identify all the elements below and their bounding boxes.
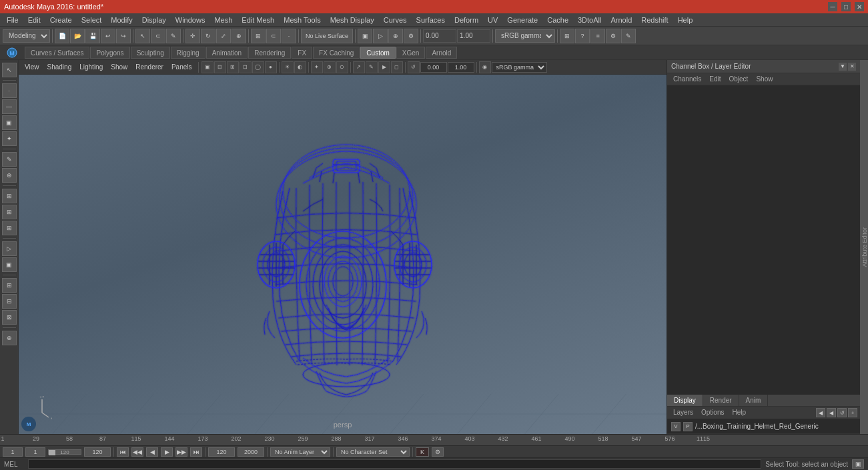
grid2-btn[interactable]: ⊟	[2, 294, 17, 309]
menu-windows[interactable]: Windows	[171, 14, 209, 26]
channel-box-expand[interactable]: ▼	[839, 63, 847, 71]
skip-end-btn[interactable]: ⏭	[190, 447, 202, 457]
menu-uv[interactable]: UV	[484, 14, 502, 26]
anim-layer-dropdown[interactable]: No Anim Layer	[270, 447, 330, 457]
layers-menu[interactable]: Layers	[670, 408, 697, 417]
menu-help[interactable]: Help	[674, 14, 697, 26]
vp-iso-icon[interactable]: ⊕	[324, 61, 336, 73]
char-set-dropdown[interactable]: No Character Set	[336, 447, 410, 457]
paint-tool-btn[interactable]: ✎	[166, 29, 181, 43]
menu-generate[interactable]: Generate	[503, 14, 542, 26]
vp-menu-view[interactable]: View	[21, 61, 43, 73]
camera-btn[interactable]: ▣	[2, 257, 17, 272]
layer-visibility-btn[interactable]: V	[671, 422, 681, 431]
vp-menu-shading[interactable]: Shading	[44, 61, 75, 73]
show-menu[interactable]: Show	[753, 75, 776, 83]
vp-grid-icon[interactable]: ⊞	[227, 61, 239, 73]
vp-menu-lighting[interactable]: Lighting	[76, 61, 106, 73]
edge-mode-btn[interactable]: —	[2, 99, 17, 114]
tab-arnold[interactable]: Arnold	[426, 47, 457, 59]
vp-num-a[interactable]	[420, 62, 447, 73]
num-input-b[interactable]	[457, 29, 490, 43]
close-button[interactable]: ✕	[855, 2, 864, 11]
open-file-btn[interactable]: 📂	[70, 29, 85, 43]
misc1-btn[interactable]: ⊕	[2, 331, 17, 345]
menu-3dtoall[interactable]: 3DtoAll	[574, 14, 605, 26]
script-editor-btn[interactable]: ▣	[852, 459, 864, 469]
menu-select[interactable]: Select	[77, 14, 106, 26]
lasso-tool-btn[interactable]: ⊂	[151, 29, 165, 43]
start-frame-input[interactable]	[25, 447, 45, 457]
tab-fx[interactable]: FX	[292, 47, 312, 59]
menu-modify[interactable]: Modify	[107, 14, 136, 26]
layer-refresh-btn[interactable]: ↺	[837, 408, 847, 417]
render-btn[interactable]: ▷	[373, 29, 388, 43]
minimize-button[interactable]: ─	[828, 2, 837, 11]
current-frame-input[interactable]	[3, 447, 23, 457]
range-end-input[interactable]	[84, 447, 111, 457]
snap-surface-btn[interactable]: ⊞	[2, 189, 17, 203]
tab-polygons[interactable]: Polygons	[90, 47, 129, 59]
vp-xray-icon[interactable]: ✦	[311, 61, 323, 73]
playback-end-input[interactable]	[208, 447, 235, 457]
tab-display[interactable]: Display	[667, 395, 703, 406]
playback-options-btn[interactable]: ⚙	[432, 447, 444, 457]
vp-camera-icon[interactable]: ▣	[201, 61, 213, 73]
render-btn-left[interactable]: ▷	[2, 241, 17, 256]
tab-render[interactable]: Render	[703, 395, 739, 406]
menu-arnold[interactable]: Arnold	[606, 14, 636, 26]
channel-box-close[interactable]: ✕	[848, 63, 856, 71]
vp-light-icon[interactable]: ☀	[282, 61, 294, 73]
tool-settings-btn[interactable]: ⚙	[606, 29, 620, 43]
tab-rendering[interactable]: Rendering	[248, 47, 291, 59]
tab-curves-surfaces[interactable]: Curves / Surfaces	[25, 47, 89, 59]
tab-rigging[interactable]: Rigging	[171, 47, 205, 59]
move-tool-btn[interactable]: ✛	[185, 29, 200, 43]
redo-btn[interactable]: ↪	[116, 29, 131, 43]
menu-file[interactable]: File	[3, 14, 23, 26]
skip-start-btn[interactable]: ⏮	[117, 447, 129, 457]
menu-deform[interactable]: Deform	[450, 14, 482, 26]
render-region-btn[interactable]: ▣	[358, 29, 372, 43]
vp-menu-renderer[interactable]: Renderer	[132, 61, 167, 73]
snap-grid-btn[interactable]: ⊞	[251, 29, 266, 43]
vp-color-icon[interactable]: ◉	[479, 61, 491, 73]
face-mode-btn[interactable]: ▣	[2, 115, 17, 130]
tab-fx-caching[interactable]: FX Caching	[313, 47, 360, 59]
snap-vertex-btn[interactable]: ⊞	[2, 221, 17, 235]
step-back-btn[interactable]: ◀◀	[131, 447, 143, 457]
vp-num-b[interactable]	[448, 62, 474, 73]
vertex-mode-btn[interactable]: ·	[2, 83, 17, 98]
play-back-btn[interactable]: ◀	[146, 447, 158, 457]
attr-editor-label[interactable]: Attribute Editor	[861, 225, 868, 270]
layer-add-btn[interactable]: +	[848, 408, 857, 417]
menu-cache[interactable]: Cache	[543, 14, 572, 26]
vp-color-dropdown[interactable]: sRGB gamma	[492, 62, 547, 73]
color-profile-dropdown[interactable]: sRGB gamma	[495, 29, 555, 43]
vp-wireframe-icon[interactable]: ⊡	[240, 61, 252, 73]
vp-paint-icon[interactable]: ✎	[366, 61, 378, 73]
vp-smooth-icon[interactable]: ◯	[252, 61, 264, 73]
edit-menu[interactable]: Edit	[706, 75, 724, 83]
maximize-button[interactable]: □	[841, 2, 851, 11]
menu-surfaces[interactable]: Surfaces	[412, 14, 449, 26]
vp-menu-panels[interactable]: Panels	[168, 61, 195, 73]
menu-edit-mesh[interactable]: Edit Mesh	[238, 14, 278, 26]
menu-create[interactable]: Create	[46, 14, 76, 26]
snap-point-btn[interactable]: ·	[282, 29, 296, 43]
channels-menu[interactable]: Channels	[670, 75, 705, 83]
help-menu[interactable]: Help	[729, 408, 749, 417]
num-input-a[interactable]	[423, 29, 456, 43]
module-dropdown[interactable]: Modeling	[3, 29, 50, 43]
hud-btn[interactable]: ⊞	[560, 29, 574, 43]
ipr-btn[interactable]: ⊕	[388, 29, 403, 43]
snap-edge-btn[interactable]: ⊞	[2, 205, 17, 219]
layer-next-btn[interactable]: ◀	[827, 408, 836, 417]
vp-shadow-icon[interactable]: ◐	[294, 61, 306, 73]
object-menu[interactable]: Object	[726, 75, 752, 83]
select-tool-btn[interactable]: ↖	[135, 29, 150, 43]
no-live-surface-btn[interactable]: No Live Surface	[301, 29, 353, 43]
vp-sync-icon[interactable]: ↺	[408, 61, 420, 73]
total-end-input[interactable]	[238, 447, 264, 457]
menu-mesh-display[interactable]: Mesh Display	[326, 14, 378, 26]
